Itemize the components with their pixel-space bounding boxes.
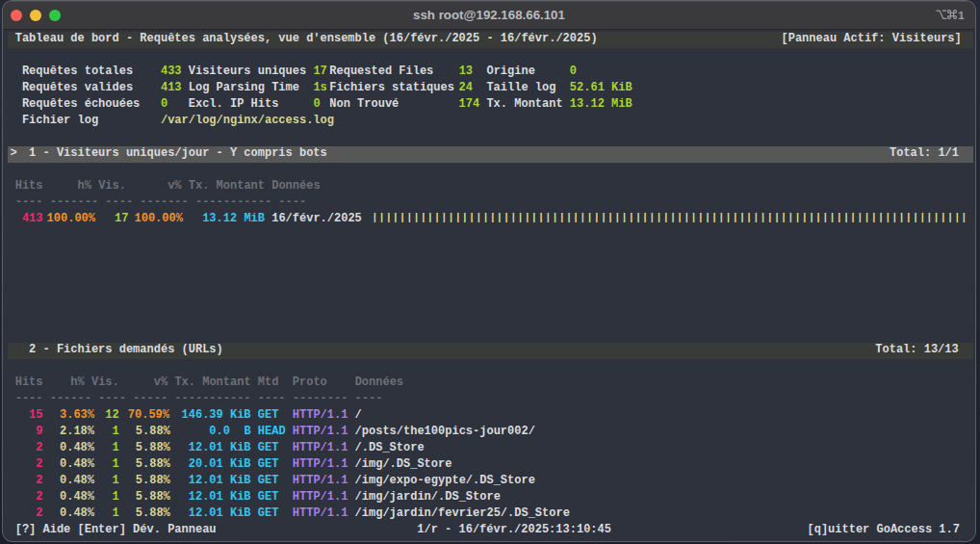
- svg-text:1: 1: [958, 10, 965, 20]
